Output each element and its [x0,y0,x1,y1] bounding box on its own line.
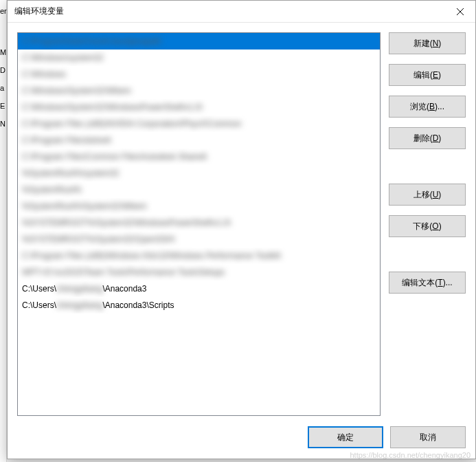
new-button[interactable]: 新建(N) [389,32,466,54]
dialog-content: C:\ProgramData\Oracle\Java\javapathC:\Wi… [8,23,475,459]
ok-button[interactable]: 确定 [308,426,383,448]
edit-button[interactable]: 编辑(E) [389,64,466,86]
browse-button[interactable]: 浏览(B)... [389,96,466,118]
move-down-button[interactable]: 下移(O) [389,215,466,237]
path-listbox[interactable]: C:\ProgramData\Oracle\Java\javapathC:\Wi… [17,32,381,416]
list-item[interactable]: C:\Windows [18,66,380,82]
button-column: 新建(N) 编辑(E) 浏览(B)... 删除(D) 上移(U) 下移(O) 编… [389,32,466,416]
dialog-footer: 确定 取消 [17,416,466,449]
move-up-button[interactable]: 上移(U) [389,184,466,206]
list-item[interactable]: C:\Program Files\Common Files\Autodesk S… [18,148,380,165]
list-item[interactable]: C:\Windows\System32\WindowsPowerShell\v1… [18,99,380,116]
close-button[interactable] [444,1,475,22]
list-item[interactable]: C:\Program Files (x86)\Windows Kits\10\W… [18,248,380,264]
dialog-title: 编辑环境变量 [14,6,64,17]
main-area: C:\ProgramData\Oracle\Java\javapathC:\Wi… [17,32,466,416]
list-item[interactable]: %SYSTEMROOT%\System32\OpenSSH\ [18,231,380,248]
titlebar: 编辑环境变量 [8,1,475,23]
list-item[interactable]: C:\Program Files (x86)\NVIDIA Corporatio… [18,116,380,132]
list-item[interactable]: %SystemRoot% [18,182,380,198]
list-item[interactable]: WPT=D:\vs2015\Team Tools\Performance Too… [18,264,380,280]
cancel-button[interactable]: 取消 [390,426,466,448]
list-item[interactable]: C:\Users\chengyikang\Anaconda3 [18,280,380,297]
list-item[interactable]: %SystemRoot%\system32 [18,165,380,182]
close-icon [457,8,464,15]
list-item[interactable]: C:\Windows\system32 [18,50,380,66]
list-item[interactable]: %SystemRoot%\System32\Wbem [18,198,380,214]
list-item[interactable]: C:\ProgramData\Oracle\Java\javapath [18,33,380,50]
list-item[interactable]: C:\Users\chengyikang\Anaconda3\Scripts [18,297,380,314]
background-window: er M D a E N [0,0,7,462]
delete-button[interactable]: 删除(D) [389,127,466,149]
edit-text-button[interactable]: 编辑文本(T)... [389,272,466,294]
list-item[interactable]: C:\Windows\System32\Wbem [18,82,380,99]
list-item[interactable]: %SYSTEMROOT%\System32\WindowsPowerShell\… [18,214,380,231]
list-item[interactable]: C:\Program Files\dotnet\ [18,132,380,148]
edit-env-var-dialog: 编辑环境变量 C:\ProgramData\Oracle\Java\javapa… [7,0,476,459]
